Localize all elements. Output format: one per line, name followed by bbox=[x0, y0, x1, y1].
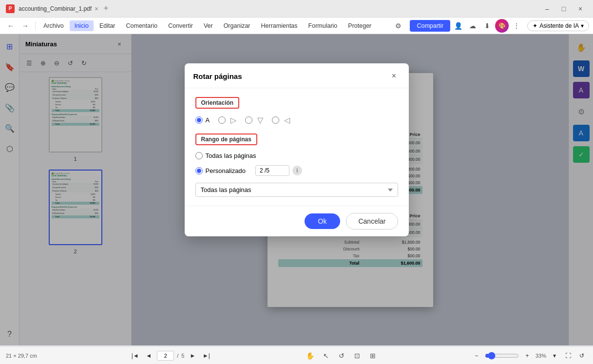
orientation-radio-left-input[interactable] bbox=[272, 116, 279, 124]
close-button[interactable]: × bbox=[574, 3, 587, 14]
menu-editar[interactable]: Editar bbox=[95, 20, 120, 31]
window-bar: P accounting_Combinar_1.pdf × + – □ × bbox=[0, 0, 593, 18]
orientation-radio-right-input[interactable] bbox=[218, 116, 226, 124]
bottom-bar: 21 × 29,7 cm |◄ ◄ / 5 ► ►| ✋ ↖ ↺ ⊡ ⊞ − +… bbox=[0, 346, 593, 364]
range-custom-option[interactable]: Personalizado bbox=[195, 167, 246, 174]
total-pages: 5 bbox=[181, 353, 184, 359]
ai-icon: ✦ bbox=[533, 22, 537, 29]
hand-tool-button[interactable]: ✋ bbox=[305, 350, 316, 362]
app-icon: P bbox=[6, 4, 15, 13]
prev-page-button[interactable]: ◄ bbox=[143, 350, 154, 361]
main-layout: ⊞ 🔖 💬 📎 🔍 ⬡ ? Miniaturas × ☰ ⊕ ⊖ ↺ ↻ 🟩 U… bbox=[0, 34, 593, 345]
share-button[interactable]: Compartir bbox=[410, 20, 450, 32]
download-icon[interactable]: ⬇ bbox=[480, 19, 494, 33]
modal-footer: Ok Cancelar bbox=[185, 206, 409, 236]
toolbar-btn-redo[interactable]: → bbox=[19, 19, 32, 33]
first-page-button[interactable]: |◄ bbox=[130, 350, 140, 361]
modal-close-button[interactable]: × bbox=[388, 70, 400, 82]
ai-label: Asistente de IA bbox=[539, 22, 579, 29]
zoom-level: 33% bbox=[536, 353, 546, 359]
info-icon[interactable]: i bbox=[292, 166, 302, 175]
menu-bar: ← → Archivo Inicio Editar Comentario Con… bbox=[0, 18, 593, 34]
orientation-radio-a-input[interactable] bbox=[195, 116, 203, 124]
orientation-radio-down[interactable]: ▽ bbox=[245, 115, 263, 125]
range-custom-radio[interactable] bbox=[195, 167, 203, 174]
avatar: 🎨 bbox=[495, 19, 509, 33]
orientation-label: Orientación bbox=[195, 97, 240, 109]
fit-width-button[interactable]: ⊞ bbox=[367, 350, 379, 362]
settings-icon[interactable]: ⚙ bbox=[391, 19, 405, 33]
menu-proteger[interactable]: Proteger bbox=[343, 20, 376, 31]
bottom-tools: ✋ ↖ ↺ ⊡ ⊞ bbox=[305, 350, 379, 362]
zoom-slider[interactable] bbox=[485, 352, 519, 360]
user-compare-icon[interactable]: 👤 bbox=[451, 19, 465, 33]
orientation-radio-down-input[interactable] bbox=[245, 116, 252, 124]
notification-icon[interactable]: ⋮ bbox=[510, 19, 523, 33]
orientation-radio-left[interactable]: ◁ bbox=[272, 115, 290, 125]
range-custom-label: Personalizado bbox=[206, 167, 246, 174]
range-all-label: Todas las páginas bbox=[206, 152, 256, 159]
arrow-right-icon: ▷ bbox=[230, 115, 236, 125]
orientation-radio-a[interactable]: A bbox=[195, 116, 210, 124]
menu-organizar[interactable]: Organizar bbox=[219, 20, 255, 31]
window-title: accounting_Combinar_1.pdf × + bbox=[19, 3, 536, 14]
last-page-button[interactable]: ►| bbox=[201, 350, 211, 361]
chevron-down-icon: ▾ bbox=[581, 22, 584, 29]
fullscreen-button[interactable]: ⛶ bbox=[563, 350, 574, 361]
current-page-input[interactable] bbox=[157, 351, 174, 361]
menu-ver[interactable]: Ver bbox=[199, 20, 218, 31]
menu-inicio[interactable]: Inicio bbox=[70, 20, 94, 31]
range-all-pages-option[interactable]: Todas las páginas bbox=[195, 152, 256, 159]
zoom-section: − + 33% ▾ ⛶ ↺ bbox=[471, 350, 587, 361]
maximize-button[interactable]: □ bbox=[557, 3, 571, 14]
file-name: accounting_Combinar_1.pdf bbox=[19, 5, 92, 12]
ok-button[interactable]: Ok bbox=[305, 213, 341, 229]
cloud-icon[interactable]: ☁ bbox=[466, 19, 479, 33]
menu-sep-1 bbox=[35, 21, 36, 30]
orientation-options: A ▷ ▽ ◁ bbox=[195, 115, 398, 125]
page-range-input[interactable] bbox=[255, 165, 289, 176]
cancel-button[interactable]: Cancelar bbox=[346, 213, 398, 230]
pages-dropdown[interactable]: Todas las páginas bbox=[195, 183, 398, 197]
zoom-out-button[interactable]: − bbox=[471, 350, 482, 361]
dropdown-spacer: Todas las páginas bbox=[195, 183, 398, 197]
range-label: Rango de páginas bbox=[195, 134, 257, 145]
range-options: Todas las páginas bbox=[195, 152, 398, 159]
orientation-a-label: A bbox=[206, 116, 210, 124]
bottom-navigation: |◄ ◄ / 5 ► ►| bbox=[130, 350, 211, 361]
modal-header: Rotar páginas × bbox=[185, 63, 409, 88]
new-tab-icon[interactable]: + bbox=[103, 3, 109, 14]
modal-overlay: Rotar páginas × Orientación A ▷ bbox=[0, 34, 593, 345]
modal-title: Rotar páginas bbox=[193, 72, 242, 80]
total-pages-sep: / bbox=[177, 353, 178, 359]
zoom-dropdown-button[interactable]: ▾ bbox=[549, 350, 560, 361]
menu-comentario[interactable]: Comentario bbox=[121, 20, 163, 31]
dropdown-wrapper: Todas las páginas bbox=[195, 183, 398, 197]
menu-formulario[interactable]: Formulario bbox=[304, 20, 343, 31]
arrow-left-icon: ◁ bbox=[284, 115, 290, 125]
fit-page-button[interactable]: ⊡ bbox=[351, 350, 363, 362]
toolbar-btn-undo[interactable]: ← bbox=[4, 19, 18, 33]
arrow-down-icon: ▽ bbox=[257, 115, 263, 125]
rotate-pages-modal: Rotar páginas × Orientación A ▷ bbox=[185, 63, 409, 236]
select-tool-button[interactable]: ↖ bbox=[320, 350, 332, 362]
modal-body: Orientación A ▷ ▽ bbox=[185, 88, 409, 206]
next-page-button[interactable]: ► bbox=[187, 350, 198, 361]
orientation-radio-right[interactable]: ▷ bbox=[218, 115, 236, 125]
ai-assistant-button[interactable]: ✦ Asistente de IA ▾ bbox=[527, 20, 589, 31]
range-all-radio[interactable] bbox=[195, 152, 203, 159]
menu-herramientas[interactable]: Herramientas bbox=[256, 20, 303, 31]
minimize-button[interactable]: – bbox=[540, 3, 554, 14]
custom-input-group: i bbox=[255, 165, 302, 176]
rotate-view-button[interactable]: ↺ bbox=[336, 350, 347, 362]
zoom-in-button[interactable]: + bbox=[522, 350, 533, 361]
menu-convertir[interactable]: Convertir bbox=[163, 20, 198, 31]
close-tab-icon[interactable]: × bbox=[95, 5, 98, 13]
range-custom-row: Personalizado i bbox=[195, 165, 398, 176]
dimensions-label: 21 × 29,7 cm bbox=[6, 353, 37, 359]
menu-archivo[interactable]: Archivo bbox=[38, 20, 69, 31]
window-controls: – □ × bbox=[540, 3, 587, 14]
refresh-button[interactable]: ↺ bbox=[576, 350, 587, 361]
